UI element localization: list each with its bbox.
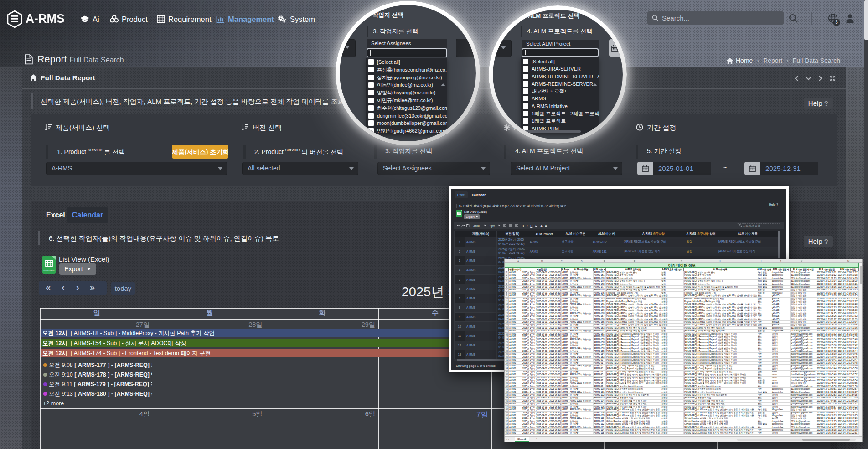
- svg-text:SPREADSHEET: SPREADSHEET: [43, 270, 55, 272]
